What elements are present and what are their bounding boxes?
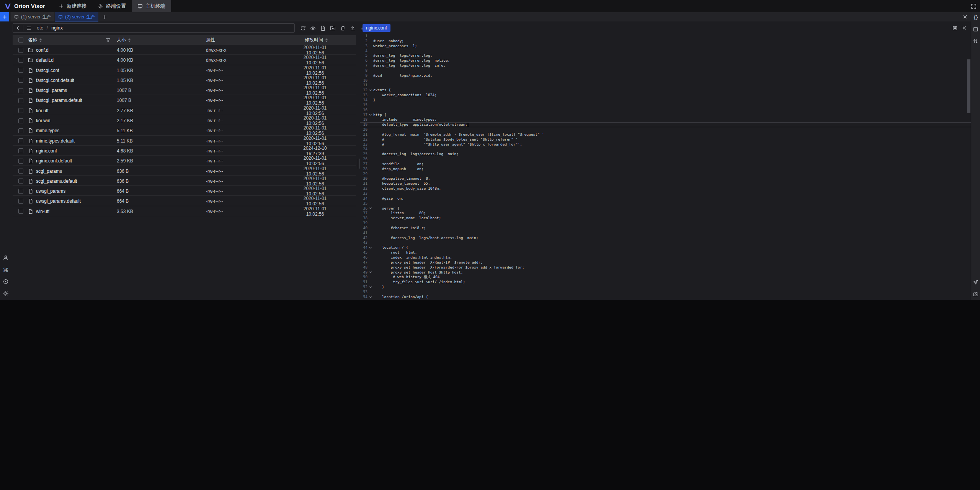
code-line[interactable]: 20 xyxy=(360,127,971,132)
file-name[interactable]: mime.types xyxy=(36,128,59,133)
code-line[interactable]: 4 xyxy=(360,49,971,54)
file-name[interactable]: scgi_params.default xyxy=(36,179,77,184)
table-row[interactable]: nginx.conf4.68 KB-rw-r--r--2024-12-10 16… xyxy=(13,146,356,156)
directory-list-icon[interactable] xyxy=(23,24,34,32)
table-row[interactable]: uwsgi_params664 B-rw-r--r--2020-11-01 10… xyxy=(13,186,356,196)
row-checkbox[interactable] xyxy=(18,68,23,73)
row-checkbox[interactable] xyxy=(18,108,23,113)
filter-funnel-icon[interactable] xyxy=(106,38,111,43)
settings-gear-icon[interactable] xyxy=(2,290,9,297)
code-editor[interactable]: 12#user nobody;3worker_processes 1;45#er… xyxy=(360,34,971,300)
table-row[interactable]: mime.types5.11 KB-rw-r--r--2020-11-01 10… xyxy=(13,125,356,135)
row-checkbox[interactable] xyxy=(18,209,23,214)
code-line[interactable]: 50 # web history 模式 404 xyxy=(360,275,971,280)
code-line[interactable]: 22 # '$status $body_bytes_sent "$http_re… xyxy=(360,137,971,142)
code-line[interactable]: 3worker_processes 1; xyxy=(360,44,971,49)
select-all-checkbox[interactable] xyxy=(18,38,23,43)
row-checkbox[interactable] xyxy=(18,159,23,164)
code-line[interactable]: 5#error_log logs/error.log; xyxy=(360,53,971,58)
column-header-name[interactable]: 名称 xyxy=(26,37,114,43)
file-name[interactable]: mime.types.default xyxy=(36,138,75,144)
code-line[interactable]: 29 xyxy=(360,172,971,177)
table-row[interactable]: fastcgi.conf1.05 KB-rw-r--r--2020-11-01 … xyxy=(13,65,356,75)
code-line[interactable]: 38 server_name localhost; xyxy=(360,216,971,221)
table-row[interactable]: scgi_params.default636 B-rw-r--r--2020-1… xyxy=(13,176,356,186)
command-shortcut-icon[interactable]: ⌘ xyxy=(2,266,9,273)
row-checkbox[interactable] xyxy=(18,179,23,184)
row-checkbox[interactable] xyxy=(18,78,23,83)
show-hidden-eye-icon[interactable] xyxy=(310,25,316,31)
menu-terminal-settings[interactable]: 终端设置 xyxy=(92,0,132,12)
code-line[interactable]: 36 server { xyxy=(360,206,971,211)
code-line[interactable]: 1 xyxy=(360,34,971,39)
row-checkbox[interactable] xyxy=(18,88,23,93)
code-line[interactable]: 37 listen 80; xyxy=(360,211,971,216)
row-checkbox[interactable] xyxy=(18,189,23,194)
row-checkbox[interactable] xyxy=(18,98,23,103)
code-line[interactable]: 13 worker_connections 1024; xyxy=(360,93,971,98)
table-row[interactable]: scgi_params636 B-rw-r--r--2020-11-01 10:… xyxy=(13,166,356,176)
row-checkbox[interactable] xyxy=(18,118,23,123)
file-name[interactable]: default.d xyxy=(36,57,54,63)
code-line[interactable]: 35 xyxy=(360,201,971,206)
code-line[interactable]: 33 xyxy=(360,191,971,196)
table-row[interactable]: koi-utf2.77 KB-rw-r--r--2020-11-01 10:02… xyxy=(13,105,356,115)
code-line[interactable]: 49 proxy_set_header Host $http_host; xyxy=(360,270,971,275)
file-name[interactable]: fastcgi_params.default xyxy=(36,98,82,103)
code-line[interactable]: 25 #access_log logs/access.log main; xyxy=(360,152,971,157)
code-line[interactable]: 46 index index.html index.htm; xyxy=(360,255,971,260)
file-name[interactable]: uwsgi_params.default xyxy=(36,198,81,204)
table-row[interactable]: uwsgi_params.default664 B-rw-r--r--2020-… xyxy=(13,196,356,206)
panel-resize-handle[interactable] xyxy=(357,21,360,300)
terminal-tab-2[interactable]: (2) server-生产-1 xyxy=(55,12,98,21)
file-name[interactable]: koi-utf xyxy=(36,108,49,113)
file-name[interactable]: nginx.conf.default xyxy=(36,158,72,164)
row-checkbox[interactable] xyxy=(18,148,23,153)
fold-chevron-icon[interactable] xyxy=(368,246,373,249)
swap-vertical-icon[interactable] xyxy=(972,38,979,44)
code-line[interactable]: 51 try_files $uri $uri/ /index.html; xyxy=(360,280,971,285)
menu-new-connection[interactable]: 新建连接 xyxy=(53,0,92,12)
file-name[interactable]: uwsgi_params xyxy=(36,188,65,194)
code-line[interactable]: 7#error_log logs/error.log info; xyxy=(360,63,971,68)
code-line[interactable]: 24 xyxy=(360,147,971,152)
save-icon[interactable] xyxy=(952,25,958,31)
code-line[interactable]: 10 xyxy=(360,78,971,83)
code-line[interactable]: 34 #gzip on; xyxy=(360,196,971,201)
table-row[interactable]: conf.d4.00 KBdrwxr-xr-x2020-11-01 10:02:… xyxy=(13,45,356,55)
row-checkbox[interactable] xyxy=(18,128,23,133)
code-line[interactable]: 26 xyxy=(360,157,971,162)
sidebar-panel-icon[interactable] xyxy=(972,26,979,33)
upload-icon[interactable] xyxy=(350,25,356,31)
code-line[interactable]: 44 location / { xyxy=(360,245,971,250)
table-row[interactable]: fastcgi_params1007 B-rw-r--r--2020-11-01… xyxy=(13,85,356,95)
code-line[interactable]: 47 proxy_set_header X-Real-IP $remote_ad… xyxy=(360,260,971,265)
editor-scrollbar[interactable] xyxy=(967,34,971,300)
fold-chevron-icon[interactable] xyxy=(368,113,373,116)
table-row[interactable]: nginx.conf.default2.59 KB-rw-r--r--2020-… xyxy=(13,156,356,166)
column-header-size[interactable]: 大小 xyxy=(114,37,204,43)
user-icon[interactable] xyxy=(2,254,9,261)
file-name[interactable]: nginx.conf xyxy=(36,148,57,154)
refresh-icon[interactable] xyxy=(300,25,306,31)
fold-chevron-icon[interactable] xyxy=(368,285,373,289)
code-line[interactable]: 41 xyxy=(360,231,971,236)
fullscreen-icon[interactable] xyxy=(967,0,980,12)
table-row[interactable]: win-utf3.53 KB-rw-r--r--2020-11-01 10:02… xyxy=(13,206,356,216)
code-line[interactable]: 39 xyxy=(360,221,971,226)
code-line[interactable]: 9#pid logs/nginx.pid; xyxy=(360,73,971,78)
send-command-icon[interactable] xyxy=(972,279,979,285)
screenshot-camera-icon[interactable] xyxy=(972,290,979,297)
table-row[interactable]: fastcgi_params.default1007 B-rw-r--r--20… xyxy=(13,95,356,105)
add-tab-icon[interactable] xyxy=(99,12,110,21)
table-row[interactable]: koi-win2.17 KB-rw-r--r--2020-11-01 10:02… xyxy=(13,115,356,125)
braces-variables-icon[interactable]: { } xyxy=(972,14,979,21)
column-header-mtime[interactable]: 修改时间 xyxy=(296,37,356,43)
code-line[interactable]: 15 xyxy=(360,103,971,108)
fold-chevron-icon[interactable] xyxy=(368,206,373,210)
code-line[interactable]: 2#user nobody; xyxy=(360,39,971,44)
back-chevron-icon[interactable] xyxy=(13,24,23,32)
breadcrumb-segment-current[interactable]: nginx xyxy=(51,25,63,31)
row-checkbox[interactable] xyxy=(18,58,23,63)
code-line[interactable]: 43 xyxy=(360,240,971,245)
